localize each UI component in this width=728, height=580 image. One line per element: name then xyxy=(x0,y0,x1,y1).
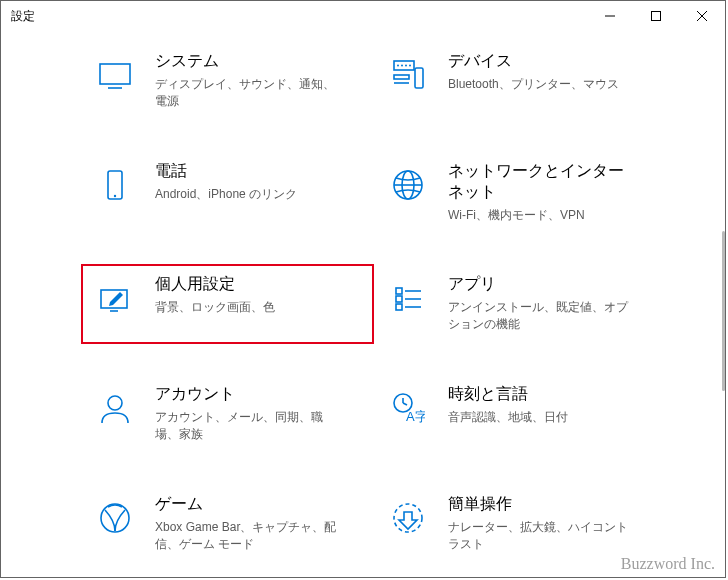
svg-point-15 xyxy=(114,195,116,197)
category-subtitle: ディスプレイ、サウンド、通知、電源 xyxy=(155,76,345,110)
titlebar: 設定 xyxy=(1,1,725,31)
category-time-language[interactable]: A字 時刻と言語 音声認識、地域、日付 xyxy=(374,374,667,454)
category-title: システム xyxy=(155,51,345,72)
minimize-button[interactable] xyxy=(587,1,633,31)
settings-window: 設定 システム ディスプレ xyxy=(0,0,726,578)
category-ease-of-access[interactable]: 簡単操作 ナレーター、拡大鏡、ハイコントラスト xyxy=(374,484,667,564)
category-title: ネットワークとインターネット xyxy=(448,161,638,203)
svg-point-33 xyxy=(394,504,422,532)
category-title: デバイス xyxy=(448,51,619,72)
category-subtitle: 音声認識、地域、日付 xyxy=(448,409,568,426)
ease-icon xyxy=(386,496,430,540)
category-title: アプリ xyxy=(448,274,638,295)
maximize-button[interactable] xyxy=(633,1,679,31)
svg-point-8 xyxy=(401,65,403,67)
category-devices[interactable]: デバイス Bluetooth、プリンター、マウス xyxy=(374,41,667,121)
category-title: 簡単操作 xyxy=(448,494,638,515)
svg-rect-11 xyxy=(415,68,423,88)
close-button[interactable] xyxy=(679,1,725,31)
svg-point-10 xyxy=(409,65,411,67)
category-subtitle: Bluetooth、プリンター、マウス xyxy=(448,76,619,93)
categories-grid: システム ディスプレイ、サウンド、通知、電源 xyxy=(1,31,717,577)
category-title: ゲーム xyxy=(155,494,345,515)
svg-rect-21 xyxy=(396,288,402,294)
category-subtitle: アカウント、メール、同期、職場、家族 xyxy=(155,409,345,443)
svg-rect-22 xyxy=(396,296,402,302)
time-lang-icon: A字 xyxy=(386,386,430,430)
network-icon xyxy=(386,163,430,207)
category-title: 電話 xyxy=(155,161,297,182)
system-icon xyxy=(93,53,137,97)
window-title: 設定 xyxy=(11,1,35,31)
category-network[interactable]: ネットワークとインターネット Wi-Fi、機内モード、VPN xyxy=(374,151,667,234)
content: システム ディスプレイ、サウンド、通知、電源 xyxy=(1,31,725,577)
category-title: アカウント xyxy=(155,384,345,405)
category-title: 個人用設定 xyxy=(155,274,275,295)
category-phone[interactable]: 電話 Android、iPhone のリンク xyxy=(81,151,374,234)
category-title: 時刻と言語 xyxy=(448,384,568,405)
scrollbar-thumb[interactable] xyxy=(722,231,725,391)
svg-rect-12 xyxy=(394,75,409,79)
svg-rect-1 xyxy=(652,12,661,21)
category-system[interactable]: システム ディスプレイ、サウンド、通知、電源 xyxy=(81,41,374,121)
category-accounts[interactable]: アカウント アカウント、メール、同期、職場、家族 xyxy=(81,374,374,454)
category-subtitle: Wi-Fi、機内モード、VPN xyxy=(448,207,638,224)
svg-text:A字: A字 xyxy=(406,409,425,424)
category-personalize[interactable]: 個人用設定 背景、ロック画面、色 xyxy=(81,264,374,344)
categories-grid-wrap: システム ディスプレイ、サウンド、通知、電源 xyxy=(1,31,717,577)
category-subtitle: Xbox Game Bar、キャプチャ、配信、ゲーム モード xyxy=(155,519,345,553)
category-subtitle: アンインストール、既定値、オプションの機能 xyxy=(448,299,638,333)
category-apps[interactable]: アプリ アンインストール、既定値、オプションの機能 xyxy=(374,264,667,344)
personalize-icon xyxy=(93,276,137,320)
svg-line-30 xyxy=(403,403,407,405)
accounts-icon xyxy=(93,386,137,430)
window-controls xyxy=(587,1,725,31)
category-subtitle: 背景、ロック画面、色 xyxy=(155,299,275,316)
category-subtitle: ナレーター、拡大鏡、ハイコントラスト xyxy=(448,519,638,553)
apps-icon xyxy=(386,276,430,320)
phone-icon xyxy=(93,163,137,207)
category-subtitle: Android、iPhone のリンク xyxy=(155,186,297,203)
svg-rect-4 xyxy=(100,64,130,84)
category-gaming[interactable]: ゲーム Xbox Game Bar、キャプチャ、配信、ゲーム モード xyxy=(81,484,374,564)
svg-rect-23 xyxy=(396,304,402,310)
svg-point-7 xyxy=(397,65,399,67)
gaming-icon xyxy=(93,496,137,540)
svg-point-9 xyxy=(405,65,407,67)
devices-icon xyxy=(386,53,430,97)
svg-point-27 xyxy=(108,396,122,410)
